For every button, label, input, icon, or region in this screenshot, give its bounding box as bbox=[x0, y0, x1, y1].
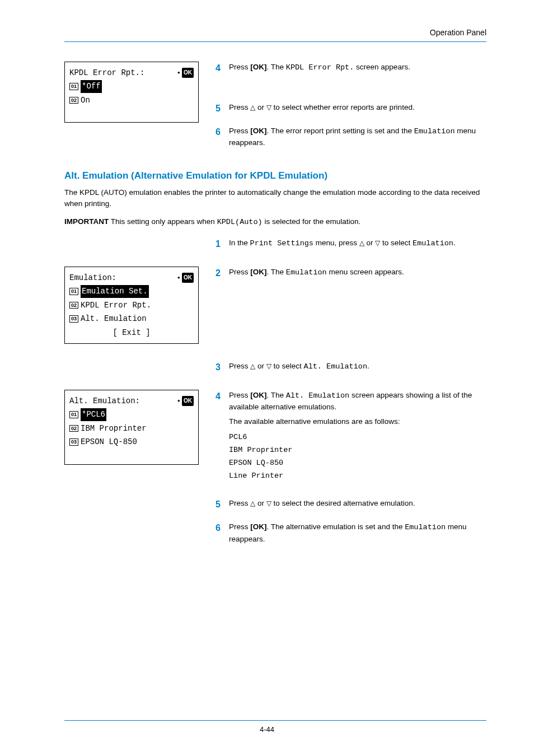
t: This setting only appears when bbox=[109, 217, 217, 226]
list-item: PCL6 bbox=[229, 431, 486, 444]
t: to select bbox=[380, 239, 413, 247]
screen-alt-emulation: Alt. Emulation: ✦ OK 01 *PCL6 02 IBM Pro… bbox=[64, 390, 199, 465]
triangle-down-icon: ▽ bbox=[266, 362, 271, 370]
steps2b-col: 2 Press [OK]. The Emulation menu screen … bbox=[216, 267, 486, 290]
screen3-icons: ✦ OK bbox=[177, 396, 194, 407]
t: or bbox=[255, 499, 266, 507]
nav-arrows-icon: ✦ bbox=[177, 396, 181, 407]
t: . bbox=[453, 239, 456, 247]
t: to select whether error reports are prin… bbox=[271, 103, 415, 111]
t: [OK] bbox=[250, 127, 266, 135]
t: In the bbox=[229, 239, 250, 247]
t: menu screen appears. bbox=[327, 268, 404, 276]
t: Emulation bbox=[413, 239, 453, 248]
step-text: Press [OK]. The KPDL Error Rpt. screen a… bbox=[229, 62, 486, 75]
t: or bbox=[255, 362, 266, 370]
steps3b-col: 4 Press [OK]. The Alt. Emulation screen … bbox=[216, 390, 486, 555]
t: Emulation bbox=[286, 268, 327, 277]
item-num: 01 bbox=[69, 83, 78, 90]
screen3-item-2: 02 IBM Proprinter bbox=[69, 422, 194, 435]
step-number: 3 bbox=[216, 361, 223, 374]
t: KPDL(Auto) bbox=[217, 218, 263, 226]
header-title: Operation Panel bbox=[64, 28, 486, 41]
t: [OK] bbox=[250, 522, 266, 531]
step-number: 5 bbox=[216, 498, 223, 511]
t: Alt. Emulation bbox=[304, 362, 367, 371]
item-text: IBM Proprinter bbox=[81, 422, 147, 435]
step-text: Press [OK]. The alternative emulation is… bbox=[229, 521, 486, 545]
screen3-title: Alt. Emulation: bbox=[69, 395, 140, 407]
t: [OK] bbox=[250, 268, 266, 276]
step-2: 2 Press [OK]. The Emulation menu screen … bbox=[216, 267, 486, 280]
t: to select the desired alternative emulat… bbox=[271, 499, 415, 507]
screen2-title: Emulation: bbox=[69, 272, 116, 284]
triangle-up-icon: △ bbox=[250, 104, 255, 111]
row-3: Emulation: ✦ OK 01 Emulation Set. 02 KPD… bbox=[64, 267, 486, 344]
step-number: 6 bbox=[216, 521, 223, 545]
t: screen appears. bbox=[354, 63, 410, 71]
step-text: In the Print Settings menu, press △ or ▽… bbox=[229, 237, 486, 251]
ok-badge: OK bbox=[182, 68, 194, 78]
triangle-up-icon: △ bbox=[250, 362, 255, 370]
t: Alt. Emulation bbox=[286, 391, 349, 400]
triangle-up-icon: △ bbox=[359, 239, 364, 247]
t: or bbox=[364, 239, 376, 247]
screen1-title: KPDL Error Rpt.: bbox=[69, 67, 144, 79]
screen-kpdl-error: KPDL Error Rpt.: ✦ OK 01 *Off 02 On bbox=[64, 62, 199, 123]
list-item: EPSON LQ-850 bbox=[229, 457, 486, 470]
step-text: Press △ or ▽ to select whether error rep… bbox=[229, 102, 486, 115]
screen1-icons: ✦ OK bbox=[177, 68, 194, 78]
t: . The bbox=[267, 391, 286, 399]
t: . The error report print setting is set … bbox=[267, 127, 414, 135]
item-text: KPDL Error Rpt. bbox=[81, 299, 151, 311]
t: Print Settings bbox=[250, 239, 313, 248]
step-number: 2 bbox=[216, 267, 223, 280]
t: Press bbox=[229, 127, 250, 135]
step-3: 3 Press △ or ▽ to select Alt. Emulation. bbox=[216, 361, 486, 374]
emulation-list: PCL6 IBM Proprinter EPSON LQ-850 Line Pr… bbox=[229, 431, 486, 483]
step-4: 4 Press [OK]. The KPDL Error Rpt. screen… bbox=[216, 62, 486, 75]
screen1-item-1: 01 *Off bbox=[69, 80, 194, 92]
step-number: 1 bbox=[216, 237, 223, 251]
step-number: 5 bbox=[216, 102, 223, 115]
item-text: On bbox=[81, 94, 90, 106]
t: Press bbox=[229, 391, 250, 399]
step-number: 4 bbox=[216, 390, 223, 488]
t: [OK] bbox=[250, 391, 266, 399]
ok-badge: OK bbox=[182, 273, 194, 283]
item-num: 02 bbox=[69, 302, 78, 309]
item-text: Alt. Emulation bbox=[81, 312, 147, 325]
screen2-item-2: 02 KPDL Error Rpt. bbox=[69, 299, 194, 311]
t: Press bbox=[229, 103, 250, 111]
step-text: Press △ or ▽ to select Alt. Emulation. bbox=[229, 361, 486, 374]
list-item: Line Printer bbox=[229, 470, 486, 483]
step-6b: 6 Press [OK]. The alternative emulation … bbox=[216, 521, 486, 545]
step-4b: 4 Press [OK]. The Alt. Emulation screen … bbox=[216, 390, 486, 488]
t: Press bbox=[229, 362, 250, 370]
step-1: 1 In the Print Settings menu, press △ or… bbox=[216, 237, 486, 251]
steps1-col: 4 Press [OK]. The KPDL Error Rpt. screen… bbox=[216, 62, 486, 159]
row-2: 1 In the Print Settings menu, press △ or… bbox=[64, 237, 486, 261]
row-5: Alt. Emulation: ✦ OK 01 *PCL6 02 IBM Pro… bbox=[64, 390, 486, 555]
important-note: IMPORTANT This setting only appears when… bbox=[64, 217, 486, 226]
step-text: Press [OK]. The Alt. Emulation screen ap… bbox=[229, 390, 486, 488]
triangle-down-icon: ▽ bbox=[266, 104, 271, 111]
item-text: *PCL6 bbox=[81, 408, 106, 421]
t: . The bbox=[267, 63, 286, 71]
screen1-item-2: 02 On bbox=[69, 94, 194, 106]
item-text: EPSON LQ-850 bbox=[81, 436, 137, 448]
important-label: IMPORTANT bbox=[64, 217, 109, 226]
page-number: 4-44 bbox=[0, 725, 534, 734]
item-num: 02 bbox=[69, 97, 78, 104]
nav-arrows-icon: ✦ bbox=[177, 68, 181, 78]
screen2-item-3: 03 Alt. Emulation bbox=[69, 312, 194, 325]
t: The available alternative emulations are… bbox=[229, 416, 486, 427]
item-num: 02 bbox=[69, 425, 78, 432]
header-rule bbox=[64, 41, 486, 42]
item-text: Emulation Set. bbox=[81, 285, 149, 297]
step-text: Press [OK]. The error report print setti… bbox=[229, 125, 486, 149]
footer: 4-44 bbox=[0, 720, 534, 734]
t: menu, press bbox=[313, 239, 359, 247]
triangle-down-icon: ▽ bbox=[375, 239, 380, 247]
screen2-exit: [ Exit ] bbox=[69, 326, 194, 339]
